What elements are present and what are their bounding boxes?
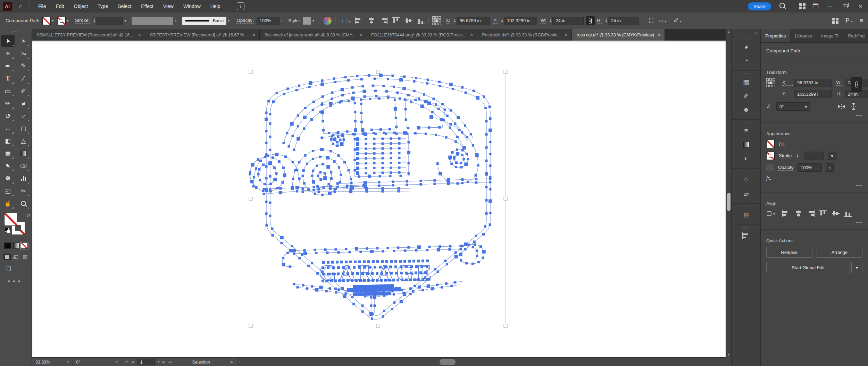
brushes-panel-icon[interactable]: ✐ [732,89,761,103]
chevron-down-icon[interactable]: ▾ [123,19,127,23]
x-label[interactable]: X: [446,18,450,24]
minimize-button[interactable]: — [822,0,837,12]
draw-behind-button[interactable] [12,254,20,260]
stroke-weight-stepper[interactable]: ▴▾ [93,19,95,23]
align-v-top-icon[interactable] [819,210,827,217]
panels-grid-icon[interactable] [832,18,838,24]
scroll-up-icon[interactable]: ▲ [726,30,732,34]
none-button[interactable] [21,242,28,249]
panel-tab-libraries[interactable]: Libraries [790,29,817,42]
workspace-icon[interactable]: ⫶P▾ [844,17,854,24]
fill-color-well[interactable] [4,213,17,226]
transform-icon[interactable]: ⛶ [649,17,653,24]
close-tab-icon[interactable]: ✕ [359,33,362,37]
flip-horizontal-icon[interactable] [838,104,845,109]
align-more-options[interactable]: ••• [766,220,862,225]
toolbar-grip[interactable]: ▪▪▪▪▪ [0,29,32,34]
search-icon[interactable] [776,3,788,10]
transform-more-options[interactable]: ••• [766,113,862,118]
align-v-top-icon[interactable] [392,17,400,24]
restore-button[interactable] [837,0,853,12]
zoom-level-dropdown[interactable]: 33.33%▾ [32,358,73,366]
stroke-swatch[interactable] [766,152,775,160]
document-tab-2[interactable]: 0BIFESTYPREVIEW [Recovered].ai* @ 16.67 … [145,29,260,41]
hand-tool[interactable]: ☝ [1,197,15,209]
recolor-artwork-icon[interactable] [323,16,332,25]
y-label[interactable]: Y: [493,18,498,24]
chevron-down-icon[interactable]: ▾ [226,19,231,23]
align-h-left-icon[interactable] [742,232,750,239]
document-tab-4[interactable]: FO211E367B444.png* @ 33.33 % (RGB/Previe… [366,29,477,41]
appearance-panel-icon[interactable]: ◌ [732,173,761,187]
align-to-selection-icon[interactable]: ▢▾ [766,210,776,217]
paintbrush-tool[interactable]: ✐ [17,85,30,97]
align-v-bottom-icon[interactable] [417,17,425,24]
menu-file[interactable]: File [33,0,51,12]
y-field[interactable]: 102.3299 in [504,17,537,25]
close-tab-icon[interactable]: ✕ [658,33,661,37]
rectangle-tool[interactable]: ▭ [1,85,15,97]
dock-group-grip[interactable]: ▪▪▪▪▪ [732,169,761,173]
chevron-down-icon[interactable]: ▾ [51,19,55,23]
stroke-weight-stepper[interactable]: ▴▾ [797,154,799,158]
draw-inside-button[interactable] [22,254,29,260]
gradient-button[interactable] [12,242,19,249]
opacity-label[interactable]: Opacity [778,165,793,171]
rotate-dropdown-icon[interactable]: ▾ [802,102,810,111]
align-h-right-icon[interactable] [807,210,815,217]
start-global-edit-button[interactable]: Start Global Edit [766,262,850,273]
chevron-down-icon[interactable]: ▾ [311,19,316,23]
scroll-left-icon[interactable]: ‹ [239,359,241,364]
w-stepper[interactable]: ▴▾ [550,19,551,23]
menu-type[interactable]: Type [93,0,113,12]
dock-group-grip[interactable]: ▪▪▪▪▪ [732,36,761,40]
slice-tool[interactable]: ✂ [17,185,30,197]
fill-swatch[interactable] [42,17,51,25]
swatches-panel-icon[interactable]: ▦ [732,75,761,89]
artboard-canvas[interactable]: GARAGE [32,41,726,357]
x-label[interactable]: X: [782,80,794,86]
x-field[interactable]: 96.8783 in [457,17,490,25]
y-field[interactable]: 102.3299 i [794,90,832,98]
touch-workspace-icon[interactable]: ⇣ [237,2,244,10]
color-button[interactable] [4,242,11,249]
gradient-tool[interactable] [17,147,30,159]
align-h-left-icon[interactable] [355,17,362,24]
last-artboard-icon[interactable]: ⏭ [168,360,172,364]
global-edit-dropdown-icon[interactable]: ▾ [851,262,862,273]
graphic-style-swatch[interactable] [303,17,311,25]
artboard-list-icon[interactable]: ▾ [158,360,160,364]
reference-point-locator[interactable] [432,16,441,25]
close-tab-icon[interactable]: ✕ [565,33,568,37]
dock-group-grip[interactable]: ▪▪▪▪▪ [732,71,761,75]
w-field[interactable]: 24 in [552,17,584,25]
layers-panel-icon[interactable]: ▱ [732,187,761,201]
workspace-switcher-icon[interactable]: 🗔 [809,3,822,10]
zoom-tool[interactable] [17,197,30,209]
stroke-label[interactable]: Stroke [779,153,792,159]
panel-tab-pathfind[interactable]: Pathfind [843,29,868,42]
stroke-panel-icon[interactable]: ≡ [732,124,761,138]
swap-fill-stroke-icon[interactable]: ⇄ [26,213,30,218]
opacity-label[interactable]: Opacity: [236,18,254,24]
appearance-more-options[interactable]: ••• [766,183,862,188]
document-tab-6[interactable]: ross car.ai* @ 33.33 % (CMYK/Preview)✕ [572,29,665,41]
screen-mode-icon[interactable]: ❒ [6,266,32,272]
width-tool[interactable]: ↔ [1,122,15,134]
lasso-tool[interactable]: ∿ [17,48,30,59]
align-h-center-icon[interactable] [794,210,802,217]
y-label[interactable]: Y: [782,91,794,97]
color-guide-panel-icon[interactable]: ◔ [732,54,761,68]
mesh-tool[interactable]: ▦ [1,147,15,159]
stroke-swatch[interactable] [57,17,66,25]
align-v-middle-icon[interactable] [405,17,412,24]
flip-vertical-icon[interactable] [851,103,856,110]
fill-swatch[interactable] [766,140,775,148]
h-stepper[interactable]: ▴▾ [606,19,607,23]
w-label[interactable]: W: [836,80,842,86]
opacity-more-icon[interactable]: › [279,19,283,23]
graph-tool[interactable] [17,172,30,184]
x-stepper[interactable]: ▴▾ [454,19,456,23]
constrain-proportions-icon[interactable] [586,16,595,25]
align-panel-icon[interactable] [732,229,761,243]
